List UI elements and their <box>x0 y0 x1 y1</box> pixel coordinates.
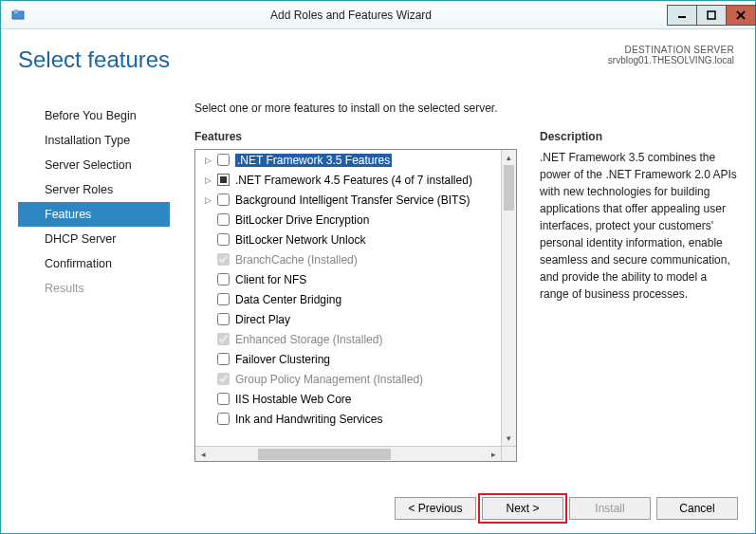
nav-step-5[interactable]: DHCP Server <box>18 227 170 251</box>
install-button[interactable]: Install <box>569 497 651 520</box>
vertical-scrollbar[interactable]: ▴ ▾ <box>501 150 516 446</box>
close-button[interactable] <box>726 5 756 26</box>
feature-label: BitLocker Drive Encryption <box>235 213 369 227</box>
expand-icon <box>203 374 213 384</box>
nav-step-0[interactable]: Before You Begin <box>18 103 170 128</box>
wizard-nav: Before You BeginInstallation TypeServer … <box>18 101 170 462</box>
description-text: .NET Framework 3.5 combines the power of… <box>540 149 738 303</box>
description-label: Description <box>540 130 738 143</box>
feature-item[interactable]: BitLocker Network Unlock <box>195 230 501 249</box>
checkbox[interactable] <box>217 233 230 246</box>
feature-label: Enhanced Storage (Installed) <box>235 333 382 346</box>
destination-server: DESTINATION SERVER srvblog01.THESOLVING.… <box>608 45 734 65</box>
expand-icon <box>203 234 213 245</box>
next-button[interactable]: Next > <box>482 497 563 520</box>
checkbox[interactable] <box>217 213 230 226</box>
feature-label: Ink and Handwriting Services <box>235 413 382 426</box>
feature-label: Direct Play <box>235 313 290 326</box>
checkbox[interactable] <box>217 273 230 285</box>
nav-step-7: Results <box>18 276 170 301</box>
nav-step-6[interactable]: Confirmation <box>18 251 170 276</box>
scroll-down-icon[interactable]: ▾ <box>502 431 516 446</box>
checkbox[interactable] <box>217 253 230 266</box>
scroll-corner <box>501 446 516 461</box>
feature-label: Background Intelligent Transfer Service … <box>235 193 470 207</box>
features-listbox[interactable]: ▷.NET Framework 3.5 Features▷.NET Framew… <box>194 149 517 462</box>
feature-item[interactable]: Group Policy Management (Installed) <box>195 369 501 389</box>
wizard-footer: < Previous Next > Install Cancel <box>395 497 738 520</box>
feature-item[interactable]: ▷.NET Framework 4.5 Features (4 of 7 ins… <box>195 170 501 190</box>
nav-step-2[interactable]: Server Selection <box>18 153 170 177</box>
feature-label: Failover Clustering <box>235 353 330 366</box>
expand-icon <box>203 354 213 364</box>
nav-step-1[interactable]: Installation Type <box>18 128 170 153</box>
feature-item[interactable]: Data Center Bridging <box>195 289 501 309</box>
horizontal-scrollbar[interactable]: ◂ ▸ <box>195 446 501 461</box>
checkbox[interactable] <box>217 393 230 405</box>
instruction-text: Select one or more features to install o… <box>194 101 738 115</box>
destination-name: srvblog01.THESOLVING.local <box>608 55 734 65</box>
wizard-window: Add Roles and Features Wizard Select fea… <box>0 0 756 534</box>
checkbox[interactable] <box>217 353 230 365</box>
checkbox[interactable] <box>217 293 230 305</box>
svg-rect-3 <box>708 11 715 19</box>
checkbox[interactable] <box>217 333 230 345</box>
feature-item[interactable]: Direct Play <box>195 309 501 329</box>
feature-item[interactable]: BitLocker Drive Encryption <box>195 210 501 230</box>
destination-heading: DESTINATION SERVER <box>608 45 734 55</box>
checkbox[interactable] <box>217 313 230 325</box>
feature-item[interactable]: Enhanced Storage (Installed) <box>195 329 501 349</box>
features-label: Features <box>194 130 517 143</box>
expand-icon <box>203 414 213 424</box>
previous-button[interactable]: < Previous <box>395 497 476 520</box>
scroll-left-icon[interactable]: ◂ <box>195 450 211 459</box>
checkbox[interactable] <box>217 373 230 385</box>
feature-label: .NET Framework 4.5 Features (4 of 7 inst… <box>235 174 472 187</box>
nav-step-3[interactable]: Server Roles <box>18 177 170 202</box>
checkbox[interactable] <box>217 154 230 166</box>
checkbox-tri[interactable] <box>217 174 230 186</box>
feature-item[interactable]: ▷Background Intelligent Transfer Service… <box>195 190 501 210</box>
feature-label: Data Center Bridging <box>235 293 341 306</box>
maximize-button[interactable] <box>696 5 727 26</box>
expand-icon <box>203 314 213 324</box>
expand-icon <box>203 394 213 404</box>
expand-icon <box>203 254 213 265</box>
feature-label: BranchCache (Installed) <box>235 253 358 267</box>
feature-item[interactable]: BranchCache (Installed) <box>195 249 501 269</box>
expand-icon <box>203 274 213 285</box>
expand-icon[interactable]: ▷ <box>203 155 213 165</box>
feature-item[interactable]: Client for NFS <box>195 269 501 289</box>
feature-label: IIS Hostable Web Core <box>235 393 352 406</box>
feature-label: Group Policy Management (Installed) <box>235 373 423 386</box>
expand-icon <box>203 294 213 304</box>
expand-icon[interactable]: ▷ <box>203 175 213 185</box>
window-controls <box>667 5 755 26</box>
feature-label: Client for NFS <box>235 273 306 286</box>
hscroll-thumb[interactable] <box>258 449 391 460</box>
checkbox[interactable] <box>217 193 230 206</box>
cancel-button[interactable]: Cancel <box>656 497 738 520</box>
feature-item[interactable]: Ink and Handwriting Services <box>195 409 501 429</box>
scroll-up-icon[interactable]: ▴ <box>502 150 516 165</box>
expand-icon <box>203 214 213 225</box>
svg-rect-1 <box>14 9 18 13</box>
scroll-thumb[interactable] <box>504 165 514 211</box>
feature-item[interactable]: IIS Hostable Web Core <box>195 389 501 409</box>
feature-label: BitLocker Network Unlock <box>235 233 365 247</box>
feature-item[interactable]: Failover Clustering <box>195 349 501 369</box>
checkbox[interactable] <box>217 413 230 425</box>
scroll-right-icon[interactable]: ▸ <box>486 450 501 459</box>
app-icon <box>9 6 28 25</box>
minimize-button[interactable] <box>667 5 697 26</box>
nav-step-4[interactable]: Features <box>18 202 170 227</box>
titlebar: Add Roles and Features Wizard <box>1 1 755 29</box>
expand-icon[interactable]: ▷ <box>203 194 213 205</box>
feature-label: .NET Framework 3.5 Features <box>235 154 392 167</box>
expand-icon <box>203 334 213 344</box>
feature-item[interactable]: ▷.NET Framework 3.5 Features <box>195 150 501 170</box>
window-title: Add Roles and Features Wizard <box>35 9 667 22</box>
